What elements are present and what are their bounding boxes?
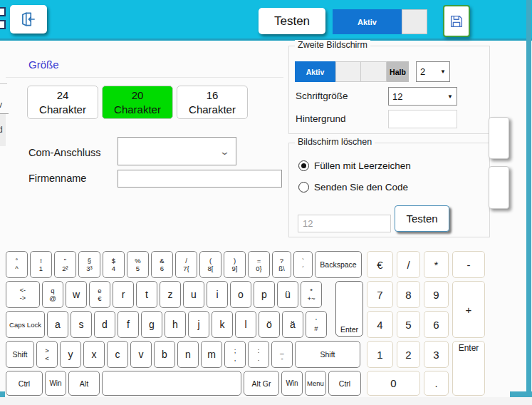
- key-h[interactable]: h: [165, 311, 186, 338]
- key-><[interactable]: ><: [36, 341, 58, 368]
- key-"2²[interactable]: "2²: [54, 251, 76, 278]
- numpad-key--[interactable]: -: [452, 251, 485, 278]
- key-enter[interactable]: Enter: [335, 281, 363, 337]
- key-;,[interactable]: ;,: [224, 341, 246, 368]
- numpad-key-1[interactable]: 1: [367, 341, 393, 368]
- half-screen-knob[interactable]: [360, 61, 387, 82]
- numpad-key-3[interactable]: 3: [424, 341, 449, 368]
- size-option-20[interactable]: 20Charakter: [102, 86, 173, 119]
- numpad-key-6[interactable]: 6: [424, 311, 449, 338]
- key-&6[interactable]: &6: [151, 251, 173, 278]
- numpad-key-/[interactable]: /: [397, 251, 420, 278]
- key-(8[[interactable]: (8[: [199, 251, 221, 278]
- numpad-key-9[interactable]: 9: [424, 281, 449, 308]
- radio-send-code[interactable]: Senden Sie den Code: [298, 182, 408, 193]
- screen-number-dropdown[interactable]: 2 ▼: [416, 61, 450, 82]
- clipped-button[interactable]: [489, 166, 509, 209]
- exit-button[interactable]: [10, 5, 47, 34]
- radio-fill-with-spaces[interactable]: Füllen mit Leerzeichen: [298, 160, 411, 171]
- key-alt[interactable]: Alt: [68, 371, 100, 396]
- key-:.[interactable]: :.: [248, 341, 269, 368]
- key-g[interactable]: g: [141, 311, 162, 338]
- key-!1[interactable]: !1: [30, 251, 52, 278]
- key-s[interactable]: s: [71, 311, 92, 338]
- half-screen-toggle[interactable]: Halb: [360, 61, 409, 82]
- numpad-key-*[interactable]: *: [424, 251, 449, 278]
- key-%5[interactable]: %5: [127, 251, 149, 278]
- numpad-key-5[interactable]: 5: [397, 311, 420, 338]
- key-r[interactable]: r: [113, 281, 134, 308]
- key-y[interactable]: y: [60, 341, 81, 368]
- key-a[interactable]: a: [47, 311, 68, 338]
- key-$4[interactable]: $4: [103, 251, 125, 278]
- numpad-key-0[interactable]: 0: [367, 371, 420, 396]
- key-space[interactable]: [102, 371, 241, 396]
- key-n[interactable]: n: [177, 341, 199, 368]
- key-ö[interactable]: ö: [259, 311, 280, 338]
- active-toggle-knob[interactable]: [402, 9, 427, 34]
- numpad-key-4[interactable]: 4: [367, 311, 393, 338]
- key-k[interactable]: k: [212, 311, 233, 338]
- key-c[interactable]: c: [107, 341, 128, 368]
- key-x[interactable]: x: [83, 341, 105, 368]
- key-'#[interactable]: '#: [306, 311, 327, 338]
- key-win[interactable]: Win: [281, 371, 303, 396]
- numpad-key-7[interactable]: 7: [367, 281, 393, 308]
- testen-button[interactable]: Testen: [259, 8, 325, 34]
- key-alt-gr[interactable]: Alt Gr: [244, 371, 279, 396]
- key-*+~[interactable]: *+~: [301, 281, 322, 308]
- com-port-select[interactable]: ⌄: [118, 137, 236, 165]
- clear-screen-testen-button[interactable]: Testen: [395, 205, 449, 232]
- key-°^[interactable]: °^: [6, 251, 28, 278]
- key-/7{[interactable]: /7{: [175, 251, 197, 278]
- key-=0}[interactable]: =0}: [248, 251, 270, 278]
- numpad-key-enter[interactable]: Enter: [452, 341, 485, 396]
- key-ü[interactable]: ü: [277, 281, 298, 308]
- key-menu[interactable]: Menu: [305, 371, 326, 396]
- key-_-[interactable]: _-: [271, 341, 293, 368]
- background-input[interactable]: [388, 110, 457, 128]
- key-e€[interactable]: e€: [89, 281, 110, 308]
- key-ä[interactable]: ä: [282, 311, 303, 338]
- key-shift[interactable]: Shift: [6, 341, 34, 368]
- key-shift[interactable]: Shift: [295, 341, 360, 368]
- key-win[interactable]: Win: [45, 371, 66, 396]
- radio-selected-icon[interactable]: [298, 160, 309, 171]
- numpad-key-+[interactable]: +: [452, 281, 485, 338]
- key-t[interactable]: t: [136, 281, 157, 308]
- key-i[interactable]: i: [207, 281, 228, 308]
- key-§3³[interactable]: §3³: [78, 251, 100, 278]
- size-option-24[interactable]: 24Charakter: [27, 86, 98, 119]
- key-caps-lock[interactable]: Caps Lock: [6, 311, 45, 338]
- font-size-dropdown[interactable]: 12 ▼: [388, 87, 457, 106]
- key-v[interactable]: v: [130, 341, 152, 368]
- numpad-key-.[interactable]: .: [424, 371, 449, 396]
- key-q@[interactable]: q@: [42, 281, 63, 308]
- key-?ß\[interactable]: ?ß\: [272, 251, 291, 278]
- company-name-input[interactable]: [118, 170, 282, 188]
- key-f[interactable]: f: [118, 311, 139, 338]
- radio-unselected-icon[interactable]: [298, 182, 309, 193]
- key-ctrl[interactable]: Ctrl: [6, 371, 43, 396]
- save-button[interactable]: [443, 5, 470, 37]
- key-)9][interactable]: )9]: [224, 251, 246, 278]
- key-tab[interactable]: <-->: [6, 281, 40, 308]
- size-option-16[interactable]: 16Charakter: [177, 86, 248, 119]
- numpad-key-€[interactable]: €: [367, 251, 393, 278]
- key-backspace[interactable]: Backspace: [315, 251, 362, 278]
- second-screen-active-toggle[interactable]: Aktiv: [295, 61, 361, 82]
- numpad-key-2[interactable]: 2: [397, 341, 420, 368]
- key-`´[interactable]: `´: [293, 251, 313, 278]
- key-o[interactable]: o: [230, 281, 251, 308]
- key-z[interactable]: z: [160, 281, 181, 308]
- clipped-button[interactable]: [489, 117, 509, 159]
- key-u[interactable]: u: [183, 281, 204, 308]
- numpad-key-8[interactable]: 8: [397, 281, 420, 308]
- key-m[interactable]: m: [201, 341, 222, 368]
- active-toggle[interactable]: Aktiv: [333, 9, 427, 34]
- key-p[interactable]: p: [254, 281, 275, 308]
- key-d[interactable]: d: [94, 311, 115, 338]
- key-ctrl[interactable]: Ctrl: [328, 371, 361, 396]
- key-j[interactable]: j: [188, 311, 209, 338]
- key-l[interactable]: l: [235, 311, 256, 338]
